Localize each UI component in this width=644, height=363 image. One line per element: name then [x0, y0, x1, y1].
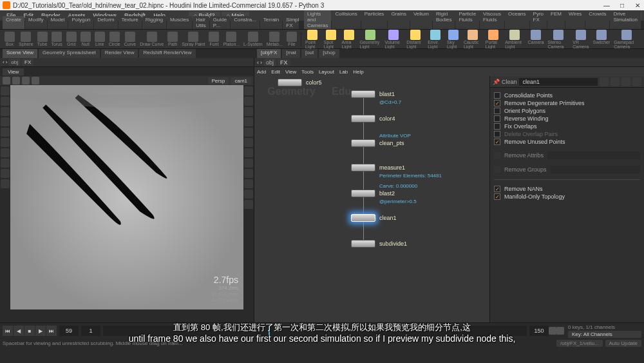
- shelf-tool[interactable]: Sky Light: [445, 30, 462, 49]
- node-color5[interactable]: color5: [278, 79, 322, 86]
- shelf-tool[interactable]: Spray Paint: [180, 32, 207, 46]
- attr-field[interactable]: [551, 166, 640, 173]
- snapshot-tool[interactable]: [1, 169, 10, 178]
- shelf-tab[interactable]: Rigid Bodies: [433, 10, 455, 29]
- net-menu-item[interactable]: Tools: [301, 69, 314, 75]
- shelf-tab[interactable]: Hair Utils: [193, 16, 209, 29]
- flipbook-tool[interactable]: [1, 179, 10, 188]
- pane-tab[interactable]: [out: [301, 49, 317, 58]
- checkbox[interactable]: ✓: [494, 139, 500, 145]
- net-menu-item[interactable]: Add: [257, 69, 266, 75]
- shelf-tool[interactable]: Distant Light: [404, 30, 426, 49]
- net-path-node[interactable]: FX: [278, 59, 290, 66]
- shelf-tool[interactable]: Box: [3, 32, 17, 46]
- display-wire-icon[interactable]: [244, 128, 253, 137]
- select-tool[interactable]: [1, 86, 10, 95]
- display-normals-icon[interactable]: [244, 107, 253, 116]
- handle-tool[interactable]: [1, 97, 10, 106]
- display-lighting-icon[interactable]: [244, 148, 253, 157]
- pane-tab[interactable]: Scene View: [3, 49, 37, 58]
- shelf-tab[interactable]: Vellum: [410, 10, 432, 29]
- inspect-tool[interactable]: [1, 117, 10, 126]
- help-icon[interactable]: [611, 77, 620, 86]
- attr-toggle[interactable]: [494, 166, 500, 173]
- display-bg-icon[interactable]: [244, 169, 253, 178]
- lasso-tool[interactable]: [1, 148, 10, 157]
- node-measure1[interactable]: measure1Perimeter Elements: 54481: [351, 164, 405, 172]
- shelf-tool[interactable]: Point Light: [303, 30, 322, 49]
- node-blast2[interactable]: blast2@perimeter>0.5Carve: 0.000000: [351, 190, 395, 197]
- path-node[interactable]: FX: [22, 59, 33, 66]
- shelf-tab[interactable]: Rigging: [142, 16, 166, 29]
- net-menu-item[interactable]: Edit: [271, 69, 280, 75]
- display-geo-icon[interactable]: [244, 86, 253, 95]
- net-menu-item[interactable]: View: [285, 69, 296, 75]
- shelf-tool[interactable]: File: [285, 32, 299, 46]
- pane-tab[interactable]: [obj/FX: [257, 49, 281, 58]
- node-clean1[interactable]: clean1: [351, 214, 397, 222]
- network-canvas[interactable]: Edu... Geometry color5blast1@Cd>0.7color…: [254, 76, 489, 322]
- node-body[interactable]: [351, 190, 375, 197]
- shelf-tab[interactable]: Polygon: [68, 16, 93, 29]
- shelf-tab[interactable]: Crowds: [585, 10, 609, 29]
- checkbox[interactable]: [494, 115, 500, 122]
- shelf-tab[interactable]: Model: [48, 16, 68, 29]
- shelf-tool[interactable]: Ambient Light: [503, 30, 526, 49]
- shelf-tool[interactable]: Stereo Camera: [546, 30, 571, 49]
- shelf-tab[interactable]: Deform: [94, 16, 117, 29]
- node-body[interactable]: [351, 164, 375, 172]
- path-status-button[interactable]: /obj/FX_1/vellu...: [556, 340, 603, 347]
- checkbox[interactable]: [494, 123, 500, 130]
- net-fwd-icon[interactable]: ›: [260, 59, 262, 66]
- shelf-tab[interactable]: Particles: [361, 10, 388, 29]
- node-body[interactable]: [351, 115, 375, 123]
- start-frame-field[interactable]: 1: [81, 326, 100, 336]
- shelf-tool[interactable]: Gamepad Camera: [612, 30, 641, 49]
- node-body[interactable]: [351, 214, 375, 222]
- shelf-tab[interactable]: Modify: [25, 16, 47, 29]
- checkbox[interactable]: ✓: [494, 186, 500, 192]
- shelf-tool[interactable]: L-System: [242, 32, 265, 46]
- net-path-ctx[interactable]: obj: [263, 59, 276, 66]
- camera-select[interactable]: cam1: [231, 77, 251, 84]
- shelf-tool[interactable]: Metab...: [265, 32, 285, 46]
- shelf-tab[interactable]: Pyro FX: [530, 10, 547, 29]
- shelf-tool[interactable]: Volume Light: [383, 30, 404, 49]
- info-icon[interactable]: [632, 77, 641, 86]
- pane-tab[interactable]: Geometry Spreadsheet: [39, 49, 100, 58]
- minimize-button[interactable]: —: [603, 2, 611, 9]
- shelf-tab[interactable]: Terrain: [260, 16, 282, 29]
- shelf-tab[interactable]: Create: [3, 16, 24, 29]
- pane-tab[interactable]: [mat: [282, 49, 300, 58]
- attr-toggle[interactable]: [494, 152, 500, 159]
- shelf-tool[interactable]: Area Light: [340, 30, 358, 49]
- shelf-tab[interactable]: Viscous Fluids: [480, 10, 504, 29]
- display-camera-icon[interactable]: [244, 190, 253, 199]
- pointer-icon[interactable]: [3, 77, 10, 84]
- shelf-tool[interactable]: Envir. Light: [426, 30, 445, 49]
- display-points-icon[interactable]: [244, 97, 253, 106]
- viewport-canvas[interactable]: 2.7fps 374.2ms 81,974 prims 41,775 point…: [10, 85, 243, 309]
- net-menu-item[interactable]: Layout: [319, 69, 334, 75]
- display-grid-icon[interactable]: [244, 179, 253, 188]
- shelf-tool[interactable]: Portal Light: [484, 30, 503, 49]
- node-body[interactable]: [351, 139, 375, 147]
- shelf-tool[interactable]: Tube: [35, 32, 50, 46]
- shelf-tab[interactable]: Muscles: [167, 16, 192, 29]
- display-opts-icon[interactable]: [244, 200, 253, 209]
- net-menu-item[interactable]: Lab: [339, 69, 348, 75]
- checkbox[interactable]: [494, 92, 500, 99]
- attr-field[interactable]: [547, 152, 640, 159]
- shelf-tool[interactable]: Null: [79, 32, 93, 46]
- frame-last-button[interactable]: ⏭: [46, 326, 57, 336]
- close-button[interactable]: ✕: [634, 2, 641, 9]
- net-menu-item[interactable]: Help: [353, 69, 363, 75]
- shelf-tool[interactable]: Draw Curve: [138, 32, 166, 46]
- path-ctx[interactable]: obj: [8, 59, 21, 66]
- shelf-tab[interactable]: Simple FX: [283, 16, 299, 29]
- play-reverse-button[interactable]: ◀: [14, 326, 24, 336]
- shelf-tool[interactable]: Camera: [526, 30, 546, 49]
- pane-tab[interactable]: Render View: [101, 49, 138, 58]
- view-tool[interactable]: [1, 107, 10, 116]
- shelf-tab[interactable]: Constra...: [231, 16, 260, 29]
